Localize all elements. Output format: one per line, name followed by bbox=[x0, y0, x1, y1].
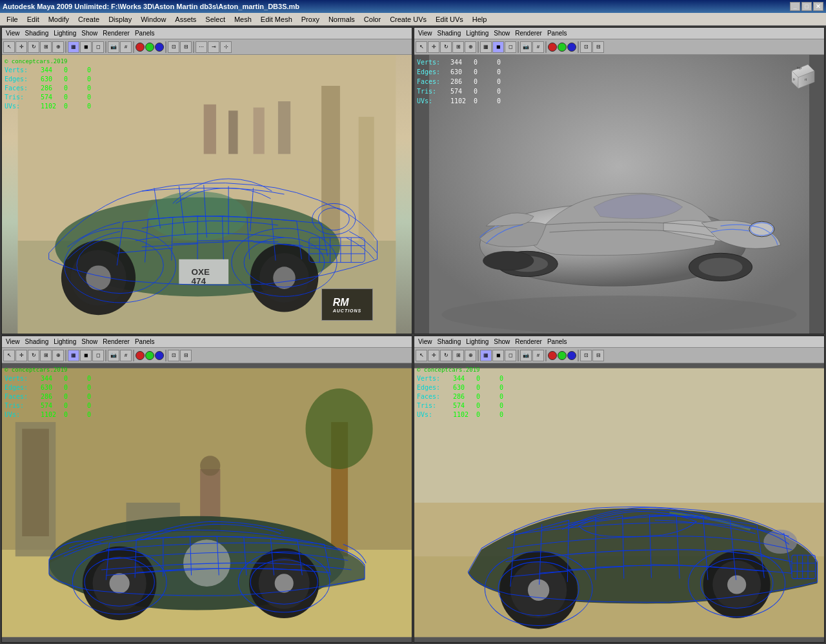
vp4-rotate-icon[interactable]: ↻ bbox=[440, 350, 452, 361]
vp1-rotate-icon[interactable]: ↻ bbox=[28, 41, 39, 53]
vp3-flat-icon[interactable]: ◻ bbox=[92, 350, 104, 361]
vp1-canvas[interactable]: OXE 474 bbox=[2, 55, 412, 334]
vp1-snap1[interactable]: ⋯ bbox=[196, 41, 207, 53]
vp1-snap2[interactable]: ⊸ bbox=[208, 41, 219, 53]
vp4-menu-shading[interactable]: Shading bbox=[436, 338, 463, 345]
vp4-move-icon[interactable]: ✛ bbox=[428, 350, 439, 361]
vp4-menu-renderer[interactable]: Renderer bbox=[514, 338, 543, 345]
viewport-top-right[interactable]: View Shading Lighting Show Renderer Pane… bbox=[414, 27, 825, 334]
menu-create-uvs[interactable]: Create UVs bbox=[386, 14, 430, 25]
vp4-canvas[interactable]: © conceptcars.2019 Verts: 344 0 0 Edges:… bbox=[414, 363, 824, 642]
vp2-menu-shading[interactable]: Shading bbox=[436, 30, 463, 37]
vp1-move-icon[interactable]: ✛ bbox=[15, 41, 27, 53]
vp2-select-icon[interactable]: ↖ bbox=[416, 41, 427, 53]
vp3-menu-view[interactable]: View bbox=[5, 338, 21, 345]
vp1-snap3[interactable]: ⊹ bbox=[220, 41, 232, 53]
vp2-menu-renderer[interactable]: Renderer bbox=[514, 30, 543, 37]
vp4-menu-panels[interactable]: Panels bbox=[546, 338, 569, 345]
vp3-scale-icon[interactable]: ⊞ bbox=[40, 350, 52, 361]
vp3-wireframe-icon[interactable]: ▦ bbox=[68, 350, 79, 361]
vp4-wireframe-icon[interactable]: ▦ bbox=[480, 350, 492, 361]
menu-select[interactable]: Select bbox=[201, 14, 229, 25]
vp3-frame-all[interactable]: ⊡ bbox=[168, 350, 179, 361]
minimize-button[interactable]: _ bbox=[790, 2, 800, 11]
close-button[interactable]: ✕ bbox=[813, 2, 823, 11]
vp1-flat-icon[interactable]: ◻ bbox=[92, 41, 104, 53]
vp3-menu-shading[interactable]: Shading bbox=[24, 338, 50, 345]
viewport-bottom-right[interactable]: View Shading Lighting Show Renderer Pane… bbox=[414, 336, 825, 643]
vp2-rotate-icon[interactable]: ↻ bbox=[440, 41, 452, 53]
vp2-menu-panels[interactable]: Panels bbox=[546, 30, 569, 37]
vp2-menu-lighting[interactable]: Lighting bbox=[465, 30, 490, 37]
vp1-menu-view[interactable]: View bbox=[5, 30, 21, 37]
menu-help[interactable]: Help bbox=[468, 14, 491, 25]
vp3-menu-renderer[interactable]: Renderer bbox=[101, 338, 131, 345]
menu-create[interactable]: Create bbox=[74, 14, 103, 25]
menu-edit[interactable]: Edit bbox=[23, 14, 43, 25]
maximize-button[interactable]: □ bbox=[801, 2, 812, 11]
viewport-bottom-left[interactable]: View Shading Lighting Show Renderer Pane… bbox=[1, 336, 412, 643]
vp1-scale-icon[interactable]: ⊞ bbox=[40, 41, 52, 53]
vp2-wireframe-icon[interactable]: ▦ bbox=[480, 41, 492, 53]
vp4-frame-sel[interactable]: ⊟ bbox=[592, 350, 604, 361]
vp1-menu-shading[interactable]: Shading bbox=[24, 30, 50, 37]
vp2-scale-icon[interactable]: ⊞ bbox=[452, 41, 464, 53]
menu-window[interactable]: Window bbox=[137, 14, 170, 25]
vp3-frame-sel[interactable]: ⊟ bbox=[180, 350, 192, 361]
vp4-menu-view[interactable]: View bbox=[417, 338, 434, 345]
vp1-smooth-icon[interactable]: ◼ bbox=[80, 41, 92, 53]
vp2-manip-icon[interactable]: ⊕ bbox=[465, 41, 476, 53]
vp1-menu-panels[interactable]: Panels bbox=[134, 30, 156, 37]
vp2-move-icon[interactable]: ✛ bbox=[428, 41, 439, 53]
vp3-manip-icon[interactable]: ⊕ bbox=[52, 350, 64, 361]
vp3-menu-panels[interactable]: Panels bbox=[134, 338, 156, 345]
vp3-smooth-icon[interactable]: ◼ bbox=[80, 350, 92, 361]
vp4-grid-icon[interactable]: # bbox=[532, 350, 544, 361]
vp2-grid-icon[interactable]: # bbox=[532, 41, 544, 53]
vp4-select-icon[interactable]: ↖ bbox=[416, 350, 427, 361]
vp4-cam-icon[interactable]: 📷 bbox=[520, 350, 532, 361]
vp3-select-icon[interactable]: ↖ bbox=[3, 350, 15, 361]
vp2-frame-all[interactable]: ⊡ bbox=[580, 41, 592, 53]
vp1-wireframe-icon[interactable]: ▦ bbox=[68, 41, 79, 53]
vp3-menu-show[interactable]: Show bbox=[80, 338, 99, 345]
menu-assets[interactable]: Assets bbox=[171, 14, 200, 25]
menu-edit-uvs[interactable]: Edit UVs bbox=[432, 14, 467, 25]
vp1-menu-lighting[interactable]: Lighting bbox=[52, 30, 77, 37]
vp2-canvas[interactable]: Verts: 344 0 0 Edges: 630 0 0 Faces: 286… bbox=[414, 55, 824, 334]
vp1-menu-show[interactable]: Show bbox=[80, 30, 99, 37]
vp4-manip-icon[interactable]: ⊕ bbox=[465, 350, 476, 361]
vp3-grid-icon[interactable]: # bbox=[120, 350, 132, 361]
menu-edit-mesh[interactable]: Edit Mesh bbox=[257, 14, 296, 25]
menu-file[interactable]: File bbox=[3, 14, 22, 25]
menu-mesh[interactable]: Mesh bbox=[230, 14, 256, 25]
vp2-flat-icon[interactable]: ◻ bbox=[505, 41, 516, 53]
vp2-smooth-icon[interactable]: ◼ bbox=[492, 41, 504, 53]
vp1-grid-icon[interactable]: # bbox=[120, 41, 132, 53]
vp3-menu-lighting[interactable]: Lighting bbox=[52, 338, 77, 345]
vp3-canvas[interactable]: © conceptcars.2019 Verts: 344 0 0 Edges:… bbox=[2, 363, 412, 642]
vp4-scale-icon[interactable]: ⊞ bbox=[452, 350, 464, 361]
vp1-frame-sel[interactable]: ⊟ bbox=[180, 41, 192, 53]
vp4-menu-lighting[interactable]: Lighting bbox=[465, 338, 490, 345]
vp1-cam-icon[interactable]: 📷 bbox=[108, 41, 119, 53]
vp1-select-icon[interactable]: ↖ bbox=[3, 41, 15, 53]
vp2-menu-show[interactable]: Show bbox=[492, 30, 511, 37]
viewport-top-left[interactable]: View Shading Lighting Show Renderer Pane… bbox=[1, 27, 412, 334]
vp2-frame-sel[interactable]: ⊟ bbox=[592, 41, 604, 53]
menu-modify[interactable]: Modify bbox=[45, 14, 73, 25]
menu-normals[interactable]: Normals bbox=[325, 14, 359, 25]
vp3-cam-icon[interactable]: 📷 bbox=[108, 350, 119, 361]
menu-display[interactable]: Display bbox=[105, 14, 136, 25]
vp1-manip-icon[interactable]: ⊕ bbox=[52, 41, 64, 53]
vp2-menu-view[interactable]: View bbox=[417, 30, 434, 37]
vp1-frame-all[interactable]: ⊡ bbox=[168, 41, 179, 53]
menu-proxy[interactable]: Proxy bbox=[297, 14, 323, 25]
vp4-menu-show[interactable]: Show bbox=[492, 338, 511, 345]
vp3-move-icon[interactable]: ✛ bbox=[15, 350, 27, 361]
nav-cube[interactable]: top fr rt bbox=[785, 61, 818, 94]
vp2-cam-icon[interactable]: 📷 bbox=[520, 41, 532, 53]
vp3-rotate-icon[interactable]: ↻ bbox=[28, 350, 39, 361]
vp4-frame-all[interactable]: ⊡ bbox=[580, 350, 592, 361]
menu-color[interactable]: Color bbox=[360, 14, 385, 25]
